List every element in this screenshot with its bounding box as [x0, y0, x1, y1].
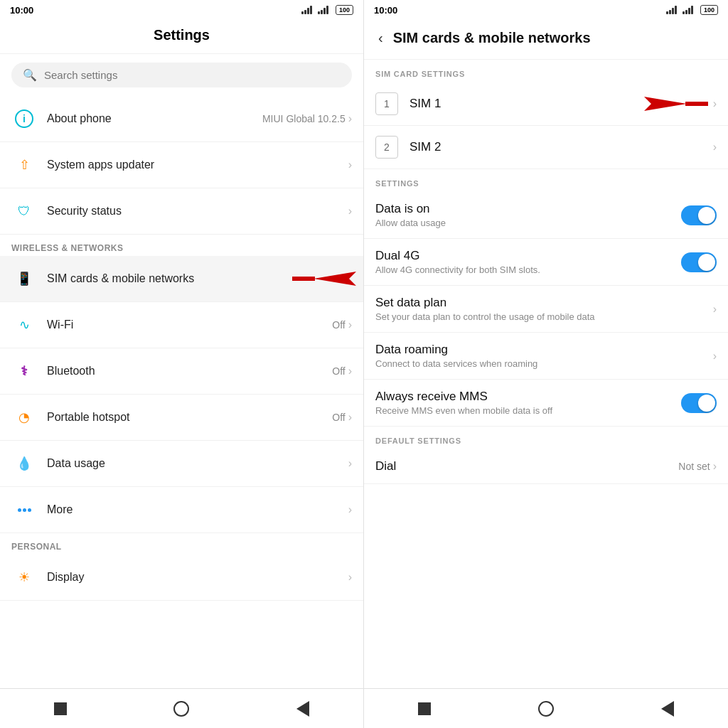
left-page-title: Settings [0, 20, 363, 54]
sidebar-item-system-apps[interactable]: ⇧ System apps updater › [0, 142, 363, 188]
right-nav-square[interactable] [410, 695, 439, 723]
wifi-value: Off [332, 319, 345, 331]
always-mms-toggle[interactable] [681, 393, 717, 413]
wireless-networks-section: WIRELESS & NETWORKS [0, 235, 363, 256]
right-signal-1 [666, 6, 677, 14]
search-icon: 🔍 [23, 68, 37, 82]
more-chevron: › [348, 503, 352, 516]
left-panel: 10:00 100 Settings 🔍 i About phone [0, 0, 364, 728]
hotspot-icon: ◔ [11, 405, 37, 430]
right-circle-icon [538, 701, 554, 717]
sidebar-item-about-phone[interactable]: i About phone MIUI Global 10.2.5 › [0, 96, 363, 142]
security-label: Security status [47, 205, 348, 218]
display-icon: ☀ [11, 564, 37, 590]
always-mms-label: Always receive MMS [375, 390, 681, 404]
right-status-icons: 100 [666, 5, 718, 15]
dual-4g-label: Dual 4G [375, 249, 681, 263]
bluetooth-value: Off [332, 365, 345, 377]
hotspot-value: Off [332, 412, 345, 423]
data-roaming-sub: Connect to data services when roaming [375, 358, 713, 369]
about-phone-label: About phone [47, 112, 262, 125]
right-panel: 10:00 100 ‹ SIM cards & mobile networks … [364, 0, 728, 728]
circle-icon [173, 701, 189, 717]
right-nav-back[interactable] [653, 695, 682, 723]
dual-4g-sub: Allow 4G connectivity for both SIM slots… [375, 264, 681, 275]
left-nav-square[interactable] [46, 695, 75, 723]
dual-4g-item[interactable]: Dual 4G Allow 4G connectivity for both S… [364, 239, 728, 286]
bluetooth-icon: ⚕ [11, 358, 37, 384]
dial-label: Dial [375, 459, 678, 473]
sidebar-item-portable-hotspot[interactable]: ◔ Portable hotspot Off › [0, 395, 363, 441]
svg-marker-0 [314, 272, 356, 286]
hotspot-chevron: › [348, 411, 352, 424]
right-time: 10:00 [374, 5, 397, 16]
system-apps-label: System apps updater [47, 159, 348, 171]
data-on-toggle[interactable] [681, 205, 717, 225]
sidebar-item-display[interactable]: ☀ Display › [0, 555, 363, 601]
back-button[interactable]: ‹ [375, 27, 386, 49]
left-time: 10:00 [10, 5, 33, 16]
right-content: SIM CARD SETTINGS 1 SIM 1 › 2 SIM 2 › SE… [364, 60, 728, 688]
data-on-item[interactable]: Data is on Allow data usage [364, 192, 728, 239]
svg-marker-2 [644, 97, 687, 111]
right-status-bar: 10:00 100 [364, 0, 728, 20]
left-nav-circle[interactable] [167, 695, 196, 723]
sidebar-item-more[interactable]: More › [0, 487, 363, 533]
dual-4g-toggle[interactable] [681, 252, 717, 272]
sidebar-item-sim-networks[interactable]: 📱 SIM cards & mobile networks [0, 256, 363, 302]
toggle-knob-2 [698, 254, 715, 271]
sidebar-item-security[interactable]: 🛡 Security status › [0, 188, 363, 235]
sim2-row[interactable]: 2 SIM 2 › [364, 126, 728, 169]
left-status-icons: 100 [301, 5, 353, 15]
sim-card-settings-label: SIM CARD SETTINGS [364, 60, 728, 82]
display-chevron: › [348, 571, 352, 584]
personal-section: PERSONAL [0, 533, 363, 555]
more-icon [11, 497, 37, 523]
dial-item[interactable]: Dial Not set › [364, 449, 728, 484]
sidebar-item-bluetooth[interactable]: ⚕ Bluetooth Off › [0, 348, 363, 395]
data-usage-label: Data usage [47, 457, 348, 470]
display-label: Display [47, 571, 348, 584]
set-data-plan-item[interactable]: Set data plan Set your data plan to cont… [364, 286, 728, 333]
set-data-plan-sub: Set your data plan to control the usage … [375, 311, 713, 322]
sim1-row[interactable]: 1 SIM 1 › [364, 82, 728, 126]
right-battery: 100 [700, 5, 718, 15]
always-mms-item[interactable]: Always receive MMS Receive MMS even when… [364, 380, 728, 427]
sim2-label: SIM 2 [410, 140, 713, 154]
right-square-icon [418, 702, 431, 715]
wifi-icon: ∿ [11, 312, 37, 338]
dial-value: Not set [678, 461, 710, 472]
left-signal-1 [301, 6, 312, 14]
search-input[interactable] [44, 69, 341, 81]
always-mms-sub: Receive MMS even when mobile data is off [375, 405, 681, 416]
data-icon: 💧 [11, 451, 37, 476]
sidebar-item-data-usage[interactable]: 💧 Data usage › [0, 441, 363, 487]
settings-section-label: SETTINGS [364, 169, 728, 192]
sidebar-item-wifi[interactable]: ∿ Wi-Fi Off › [0, 302, 363, 348]
right-back-icon [661, 701, 674, 717]
shield-icon: 🛡 [11, 198, 37, 224]
left-battery: 100 [336, 5, 353, 15]
right-signal-2 [682, 6, 693, 14]
right-header: ‹ SIM cards & mobile networks [364, 20, 728, 60]
left-sim-red-arrow [292, 268, 356, 289]
svg-rect-1 [292, 277, 315, 281]
data-roaming-chevron: › [713, 350, 717, 363]
set-data-plan-label: Set data plan [375, 296, 713, 310]
data-roaming-label: Data roaming [375, 343, 713, 357]
bluetooth-chevron: › [348, 365, 352, 378]
sim1-chevron: › [713, 97, 717, 110]
security-chevron: › [348, 205, 352, 218]
left-nav-back[interactable] [289, 695, 317, 723]
bluetooth-label: Bluetooth [47, 365, 332, 378]
about-phone-chevron: › [348, 112, 352, 125]
info-icon: i [11, 106, 37, 132]
search-bar[interactable]: 🔍 [11, 63, 352, 87]
wifi-chevron: › [348, 318, 352, 331]
right-nav-circle[interactable] [532, 695, 560, 723]
toggle-knob [698, 207, 715, 224]
upload-icon: ⇧ [11, 152, 37, 178]
square-icon [54, 702, 67, 715]
data-roaming-item[interactable]: Data roaming Connect to data services wh… [364, 333, 728, 380]
sim1-number: 1 [375, 92, 398, 115]
